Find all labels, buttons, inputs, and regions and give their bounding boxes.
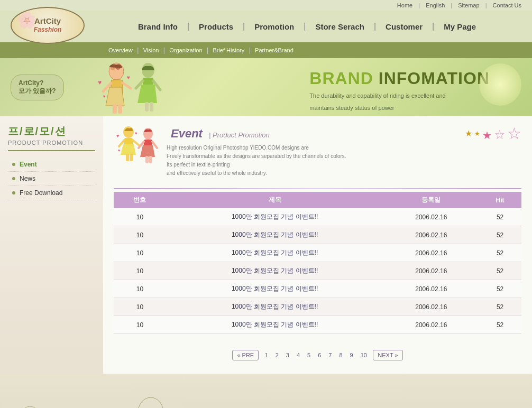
svg-rect-21	[126, 154, 129, 161]
cell-title[interactable]: 1000만 회원모집 기념 이벤트!!	[166, 226, 384, 244]
table-row: 101000만 회원모집 기념 이벤트!!2006.02.1652	[114, 262, 521, 280]
nav-mypage[interactable]: My Page	[434, 22, 485, 31]
cell-hit: 52	[479, 298, 521, 316]
table-row: 101000만 회원모집 기념 이벤트!!2006.02.1652	[114, 280, 521, 298]
cell-hit: 52	[479, 244, 521, 262]
nav-promotion[interactable]: Promotion	[245, 22, 304, 31]
sidebar-title-kr: 프/로/모/션	[8, 124, 95, 138]
cell-title[interactable]: 1000만 회원모집 기념 이벤트!!	[166, 298, 384, 316]
main-navigation: ArtCity Fasshion 🌸 Brand Info | Products…	[0, 11, 532, 42]
cell-title[interactable]: 1000만 회원모집 기념 이벤트!!	[166, 262, 384, 280]
cell-number: 10	[114, 298, 166, 316]
star-pink-icon: ★	[482, 129, 492, 141]
dot-icon	[12, 163, 15, 166]
subnav-vision[interactable]: Vision	[143, 47, 159, 53]
english-link[interactable]: English	[426, 2, 445, 8]
prev-button[interactable]: « PRE	[232, 350, 259, 360]
bubble-line1: ArtCity?	[19, 79, 56, 87]
table-row: 101000만 회원모집 기념 이벤트!!2006.02.1652	[114, 298, 521, 316]
sitemap-link[interactable]: Sitemap	[458, 2, 479, 8]
sep3: |	[485, 2, 489, 8]
dot-icon	[12, 191, 15, 194]
sidebar-divider	[8, 150, 95, 151]
page-num-1[interactable]: 1	[262, 350, 271, 360]
table-body: 101000만 회원모집 기념 이벤트!!2006.02.1652101000만…	[114, 208, 521, 334]
svg-rect-22	[130, 154, 133, 161]
banner-deco-circle	[479, 63, 521, 106]
cell-number: 10	[114, 244, 166, 262]
table-row: 101000만 회원모집 기념 이벤트!!2006.02.1652	[114, 226, 521, 244]
cell-title[interactable]: 1000만 회원모집 기념 이벤트!!	[166, 280, 384, 298]
event-subtitle-text: | Product Promotion	[209, 131, 270, 139]
logo-text: ArtCity Fasshion 🌸	[34, 16, 62, 33]
page-num-5[interactable]: 5	[304, 350, 314, 360]
dot-icon	[12, 177, 15, 180]
banner: ArtCity? 모가 있을까? ♥ ♥ ♥	[0, 58, 532, 116]
nav-store[interactable]: Store Serach	[306, 22, 374, 31]
sidebar-news-label: News	[20, 175, 35, 182]
sidebar-event-label: Event	[20, 161, 37, 168]
page-num-2[interactable]: 2	[272, 350, 282, 360]
event-mascot: ♥ ♥ ♥	[114, 124, 161, 172]
main-content: ♥ ♥ ♥ Event | Product	[103, 116, 532, 374]
content-area: 프/로/모/션 PRODUCT PROMOTION Event News Fre…	[0, 116, 532, 374]
page-num-4[interactable]: 4	[293, 350, 303, 360]
logo[interactable]: ArtCity Fasshion 🌸	[11, 7, 93, 47]
table-row: 101000만 회원모집 기념 이벤트!!2006.02.1652	[114, 244, 521, 262]
cell-date: 2006.02.16	[383, 244, 479, 262]
banner-bubble: ArtCity? 모가 있을까?	[11, 75, 64, 100]
contact-link[interactable]: Contact Us	[493, 2, 521, 8]
bubble-line2: 모가 있을까?	[19, 87, 56, 96]
page-num-6[interactable]: 6	[315, 350, 324, 360]
svg-text:♥: ♥	[103, 94, 106, 99]
nav-brand-info[interactable]: Brand Info	[129, 22, 187, 31]
cell-hit: 52	[479, 208, 521, 226]
page-num-7[interactable]: 7	[325, 350, 335, 360]
col-title-header: 제목	[166, 192, 384, 208]
cell-date: 2006.02.16	[383, 298, 479, 316]
next-button[interactable]: NEXT »	[373, 350, 402, 360]
svg-rect-16	[150, 102, 153, 112]
cell-date: 2006.02.16	[383, 280, 479, 298]
svg-rect-32	[3, 376, 182, 408]
home-link[interactable]: Home	[397, 2, 412, 8]
event-desc4: and effectively useful to the whole indu…	[167, 169, 516, 178]
cell-date: 2006.02.16	[383, 208, 479, 226]
subnav-partner-brand[interactable]: Partner&Brand	[255, 47, 293, 53]
nav-products[interactable]: Products	[189, 22, 243, 31]
page-num-9[interactable]: 9	[347, 350, 356, 360]
page-num-10[interactable]: 10	[357, 350, 370, 360]
sidebar: 프/로/모/션 PRODUCT PROMOTION Event News Fre…	[0, 116, 103, 374]
svg-rect-31	[149, 156, 152, 163]
event-description: High resolution Original Photoshop YIEDO…	[167, 144, 516, 178]
subnav-brief-history[interactable]: Brief History	[213, 47, 244, 53]
svg-text:♥: ♥	[135, 131, 137, 136]
cell-date: 2006.02.16	[383, 262, 479, 280]
svg-rect-7	[118, 104, 122, 114]
svg-text:♥: ♥	[98, 79, 102, 86]
sidebar-item-event[interactable]: Event	[8, 157, 95, 172]
nav-links: Brand Info | Products | Promotion | Stor…	[93, 22, 521, 31]
sep2: |	[451, 2, 454, 8]
sidebar-item-free-download[interactable]: Free Download	[8, 186, 95, 200]
cell-number: 10	[114, 226, 166, 244]
nav-customer[interactable]: Customer	[376, 22, 432, 31]
cell-title[interactable]: 1000만 회원모집 기념 이벤트!!	[166, 208, 384, 226]
svg-rect-15	[145, 102, 149, 112]
cell-title[interactable]: 1000만 회원모집 기념 이벤트!!	[166, 244, 384, 262]
star-outline-icon: ☆	[494, 127, 506, 142]
page-num-3[interactable]: 3	[283, 350, 292, 360]
cell-date: 2006.02.16	[383, 226, 479, 244]
cell-hit: 52	[479, 262, 521, 280]
table-row: 101000만 회원모집 기념 이벤트!!2006.02.1652	[114, 208, 521, 226]
cell-hit: 52	[479, 280, 521, 298]
page-numbers: 12345678910	[261, 351, 371, 359]
page-num-8[interactable]: 8	[336, 350, 345, 360]
banner-character: ♥ ♥ ♥	[85, 58, 169, 116]
event-title-text: Event	[171, 127, 203, 140]
cell-title[interactable]: 1000만 회원모집 기념 이벤트!!	[166, 316, 384, 334]
sidebar-item-news[interactable]: News	[8, 172, 95, 186]
event-desc2: Freely transformable as the designs are …	[167, 152, 516, 161]
subnav-organization[interactable]: Organization	[169, 47, 202, 53]
subnav-overview[interactable]: Overview	[108, 47, 133, 53]
